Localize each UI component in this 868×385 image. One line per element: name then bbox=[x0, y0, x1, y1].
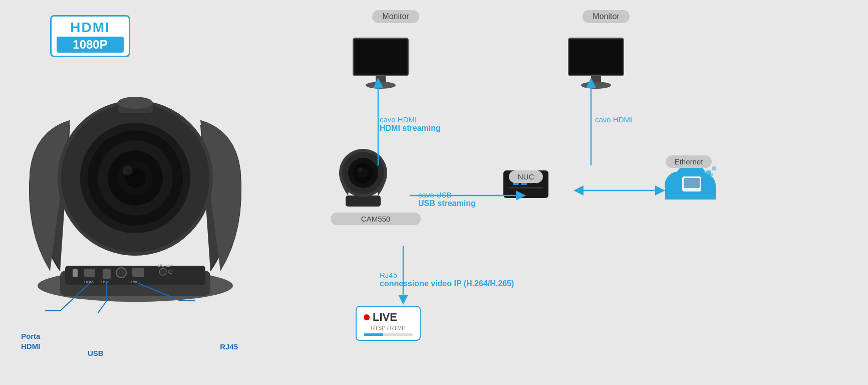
svg-text:USB: USB bbox=[101, 280, 109, 284]
svg-rect-39 bbox=[346, 196, 381, 207]
cam550-svg bbox=[321, 145, 406, 216]
live-top: LIVE bbox=[364, 311, 413, 324]
svg-rect-36 bbox=[570, 40, 622, 74]
hdmi-streaming-label: cavo HDMI HDMI streaming bbox=[380, 115, 441, 133]
svg-text:HDMI: HDMI bbox=[84, 280, 94, 284]
live-box: LIVE RTSP / RTMP bbox=[356, 306, 421, 341]
cavo-hdmi-2-text: cavo HDMI bbox=[595, 115, 632, 124]
ethernet-container: Ethernet bbox=[656, 155, 721, 206]
nuc-label: NUC bbox=[509, 170, 543, 183]
monitor1-svg bbox=[348, 33, 413, 98]
left-section: HDMI 1080P HDMI USB bbox=[0, 0, 270, 385]
live-sub: RTSP / RTMP bbox=[364, 325, 413, 331]
svg-point-12 bbox=[159, 268, 166, 275]
cam550-label: CAM550 bbox=[331, 213, 421, 225]
monitor1-container: Monitor bbox=[341, 10, 421, 100]
monitor2-svg bbox=[563, 33, 629, 98]
live-progress-bar bbox=[364, 333, 413, 336]
live-dot bbox=[364, 314, 370, 320]
right-diagram-section: Monitor Monitor bbox=[291, 0, 868, 385]
live-text: LIVE bbox=[373, 311, 397, 324]
svg-text:DC 12V: DC 12V bbox=[158, 263, 174, 268]
monitor2-container: Monitor bbox=[556, 10, 636, 100]
svg-point-38 bbox=[581, 82, 611, 89]
monitor1-label: Monitor bbox=[372, 10, 419, 23]
rj45-text: RJ45 bbox=[220, 342, 238, 351]
ip-connection-text: connessione video IP (H.264/H.265) bbox=[380, 279, 514, 288]
hdmi2-label: cavo HDMI bbox=[595, 115, 632, 124]
rj45-label: RJ45 bbox=[220, 342, 238, 351]
hdmi-streaming-bold-text: HDMI streaming bbox=[380, 124, 441, 133]
svg-rect-54 bbox=[710, 173, 713, 176]
cavo-hdmi-1-text: cavo HDMI bbox=[380, 115, 417, 124]
svg-point-13 bbox=[168, 270, 172, 274]
camera-left-image: HDMI USB PoE+ DC 12V bbox=[10, 75, 260, 326]
svg-rect-32 bbox=[355, 40, 407, 74]
hdmi-top-text: HDMI bbox=[57, 20, 124, 36]
rj45-diagram-text: RJ45 bbox=[380, 271, 514, 279]
svg-rect-4 bbox=[84, 269, 95, 277]
usb-streaming-bold-text: USB streaming bbox=[418, 199, 476, 208]
porta-hdmi-label: Porta HDMI bbox=[21, 331, 40, 351]
svg-text:PoE+: PoE+ bbox=[131, 280, 141, 284]
hdmi-bottom-text: 1080P bbox=[57, 37, 124, 53]
svg-rect-53 bbox=[712, 166, 716, 170]
cavo-usb-text: cavo USB bbox=[418, 190, 452, 199]
svg-point-22 bbox=[123, 165, 133, 175]
svg-rect-6 bbox=[103, 269, 111, 279]
monitor2-label: Monitor bbox=[583, 10, 629, 23]
svg-point-24 bbox=[118, 97, 153, 109]
cam550-container: CAM550 bbox=[321, 145, 411, 225]
svg-rect-9 bbox=[132, 268, 144, 277]
hdmi-badge: HDMI 1080P bbox=[50, 15, 130, 57]
svg-rect-51 bbox=[684, 178, 700, 188]
svg-point-8 bbox=[116, 268, 126, 278]
usb-streaming-label: cavo USB USB streaming bbox=[418, 190, 476, 208]
porta-hdmi-text: Porta HDMI bbox=[21, 332, 40, 350]
svg-rect-3 bbox=[73, 269, 78, 277]
usb-text: USB bbox=[88, 349, 104, 357]
camera-svg: HDMI USB PoE+ DC 12V bbox=[10, 75, 260, 321]
page: HDMI 1080P HDMI USB bbox=[0, 0, 868, 385]
ethernet-label: Ethernet bbox=[666, 155, 712, 168]
usb-label: USB bbox=[88, 349, 104, 357]
rj45-connection-label: RJ45 connessione video IP (H.264/H.265) bbox=[380, 271, 514, 288]
svg-point-34 bbox=[366, 82, 396, 89]
svg-point-45 bbox=[357, 167, 362, 172]
